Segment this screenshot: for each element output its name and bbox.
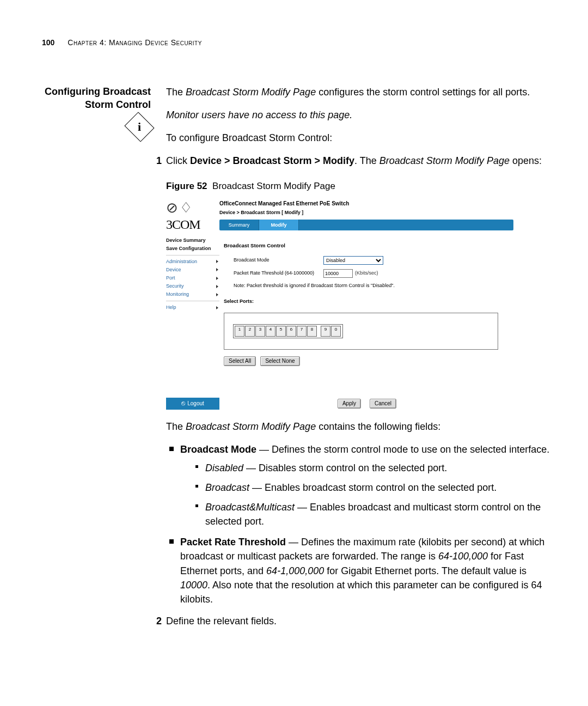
port-10[interactable]: 0	[331, 326, 341, 337]
chevron-right-icon	[216, 285, 218, 288]
text-emphasis: Broadcast&Multicast	[205, 502, 295, 513]
tab-bar: Summary Modify	[219, 220, 513, 230]
shot-header: ⊘ ♢ 3COM OfficeConnect Managed Fast Ethe…	[166, 198, 514, 234]
text-emphasis: Monitor users have no access to this pag…	[166, 109, 352, 120]
text-emphasis: 64-1,000,000	[266, 565, 324, 576]
text-bold: Packet Rate Threshold	[180, 537, 286, 547]
body-columns: Configuring Broadcast Storm Control i Th…	[42, 85, 550, 637]
option-broadcast-multicast: Broadcast&Multicast — Enables broadcast …	[192, 500, 550, 528]
text: — Defines the storm control mode to use …	[256, 444, 549, 455]
nav-device-summary[interactable]: Device Summary	[166, 236, 219, 245]
text-bold: Broadcast Mode	[180, 444, 256, 455]
select-none-button[interactable]: Select None	[260, 356, 299, 366]
step-list: 1 Click Device > Broadcast Storm > Modif…	[151, 154, 550, 168]
text: — Enables broadcast storm control on the…	[249, 482, 497, 493]
text: configures the storm control settings fo…	[316, 87, 530, 98]
logo: ⊘ ♢ 3COM	[166, 198, 219, 234]
nav-administration[interactable]: Administration	[166, 258, 219, 266]
ports-box: 1 2 3 4 5 6 7 8 9 0	[224, 313, 498, 350]
shot-body: Device Summary Save Configuration Admini…	[166, 234, 514, 398]
select-buttons: Select All Select None	[224, 356, 509, 366]
logo-text: 3COM	[166, 215, 219, 234]
nav-port[interactable]: Port	[166, 274, 219, 282]
side-column: Configuring Broadcast Storm Control i	[42, 85, 151, 637]
apply-button[interactable]: Apply	[338, 399, 361, 409]
text: for Gigabit Ethernet ports. The default …	[324, 565, 526, 576]
port-5[interactable]: 5	[276, 326, 286, 337]
text: — Disables storm control on the selected…	[243, 462, 447, 473]
info-icon: i	[124, 112, 154, 142]
port-9[interactable]: 9	[321, 326, 330, 337]
text-emphasis: Broadcast Storm Modify Page	[379, 155, 510, 166]
rate-threshold-input[interactable]	[323, 269, 353, 278]
side-heading: Configuring Broadcast Storm Control	[42, 85, 151, 112]
figure-title: Broadcast Storm Modify Page	[212, 181, 335, 191]
text: Click	[166, 155, 190, 166]
text-emphasis: Broadcast Storm Modify Page	[186, 87, 316, 98]
nav-label: Save Configuration	[166, 245, 211, 252]
nav-device[interactable]: Device	[166, 266, 219, 274]
port-4[interactable]: 4	[266, 326, 275, 337]
step-number: 2	[151, 614, 162, 628]
text-emphasis: 64-100,000	[438, 551, 488, 562]
figure-label: Figure 52	[166, 181, 207, 191]
nav-help[interactable]: Help	[166, 303, 219, 312]
step-1: 1 Click Device > Broadcast Storm > Modif…	[151, 154, 550, 168]
port-7[interactable]: 7	[297, 326, 307, 337]
step-text: Click Device > Broadcast Storm > Modify.…	[166, 154, 550, 168]
text-bold: Device > Broadcast Storm > Modify	[190, 155, 354, 166]
nav-label: Help	[166, 304, 176, 311]
port-3[interactable]: 3	[255, 326, 265, 337]
chevron-right-icon	[216, 277, 218, 280]
rate-threshold-label: Packet Rate Threshold (64-1000000)	[234, 270, 323, 277]
chevron-right-icon	[216, 260, 218, 263]
port-8[interactable]: 8	[307, 326, 317, 337]
logout-button[interactable]: ⎋ Logout	[166, 398, 219, 410]
option-disabled: Disabled — Disables storm control on the…	[192, 461, 550, 475]
text: . The	[354, 155, 379, 166]
row-broadcast-mode: Broadcast Mode Disabled	[224, 256, 509, 265]
logout-label: Logout	[187, 400, 204, 408]
text-emphasis: Broadcast	[205, 482, 249, 493]
nav-save-config[interactable]: Save Configuration	[166, 245, 219, 253]
step-number: 1	[151, 154, 162, 168]
step-list-2: 2 Define the relevant fields.	[151, 614, 550, 628]
field-packet-rate-threshold: Packet Rate Threshold — Defines the maxi…	[166, 535, 550, 606]
row-rate-threshold: Packet Rate Threshold (64-1000000) (Kbit…	[224, 269, 509, 278]
monitor-note: Monitor users have no access to this pag…	[166, 108, 550, 122]
threshold-note: Note: Packet threshold is ignored if Bro…	[224, 282, 509, 289]
footer-buttons: Apply Cancel	[219, 398, 514, 410]
intro-paragraph: The Broadcast Storm Modify Page configur…	[166, 85, 550, 99]
screenshot: ⊘ ♢ 3COM OfficeConnect Managed Fast Ethe…	[166, 198, 514, 410]
port-1[interactable]: 1	[235, 326, 244, 337]
logo-icon: ⊘ ♢	[166, 201, 219, 215]
select-all-button[interactable]: Select All	[224, 356, 256, 366]
figure-caption: Figure 52 Broadcast Storm Modify Page	[166, 180, 550, 193]
product-title: OfficeConnect Managed Fast Ethernet PoE …	[219, 200, 514, 208]
field-broadcast-mode: Broadcast Mode — Defines the storm contr…	[166, 442, 550, 528]
tab-summary[interactable]: Summary	[219, 220, 259, 230]
chapter-title: Chapter 4: Managing Device Security	[68, 38, 202, 47]
nav-label: Administration	[166, 258, 197, 265]
shot-footer: ⎋ Logout Apply Cancel	[166, 398, 514, 410]
cancel-button[interactable]: Cancel	[370, 399, 396, 409]
page-number: 100	[42, 38, 54, 47]
broadcast-mode-select[interactable]: Disabled	[323, 256, 383, 265]
nav-label: Device	[166, 266, 181, 273]
nav-label: Port	[166, 275, 175, 282]
ports-row: 1 2 3 4 5 6 7 8 9 0	[233, 324, 343, 338]
text: The	[166, 87, 186, 98]
tab-modify[interactable]: Modify	[259, 220, 299, 230]
text: contains the following fields:	[316, 421, 440, 432]
nav-monitoring[interactable]: Monitoring	[166, 290, 219, 299]
shot-content: Broadcast Storm Control Broadcast Mode D…	[219, 234, 514, 398]
nav-security[interactable]: Security	[166, 282, 219, 290]
running-head: 100 Chapter 4: Managing Device Security	[42, 38, 550, 47]
select-ports-title: Select Ports:	[224, 298, 509, 305]
nav-label: Monitoring	[166, 291, 189, 298]
port-6[interactable]: 6	[286, 326, 296, 337]
breadcrumb: Device > Broadcast Storm [ Modify ]	[219, 209, 514, 216]
port-2[interactable]: 2	[245, 326, 255, 337]
fields-lead: The Broadcast Storm Modify Page contains…	[166, 419, 550, 434]
text: . Also note that the resolution at which…	[180, 580, 542, 605]
